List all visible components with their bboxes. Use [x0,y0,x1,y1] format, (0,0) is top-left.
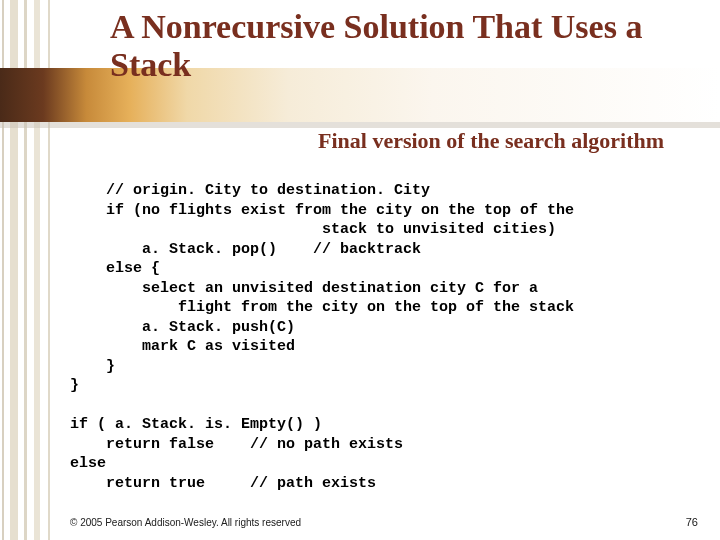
slide-title: A Nonrecursive Solution That Uses a Stac… [110,8,690,84]
code-block: // origin. City to destination. City if … [70,181,690,493]
copyright-footer: © 2005 Pearson Addison-Wesley. All right… [70,517,700,528]
slide-subtitle: Final version of the search algorithm [318,128,664,154]
page-number: 76 [686,516,698,528]
